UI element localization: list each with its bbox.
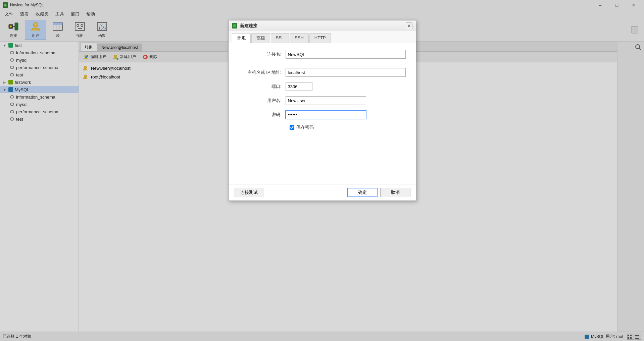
port-label: 端口: xyxy=(239,83,286,90)
connection-name-label: 连接名: xyxy=(239,51,286,57)
test-connection-button[interactable]: 连接测试 xyxy=(234,188,264,197)
dialog-tab-http[interactable]: HTTP xyxy=(309,33,331,43)
host-input[interactable] xyxy=(286,68,406,77)
port-input[interactable] xyxy=(286,82,312,91)
dialog-close-button[interactable]: ✕ xyxy=(406,22,412,29)
dialog-title: 新建连接 xyxy=(240,23,406,29)
modal-overlay: 新建连接 ✕ 常规 高级 SSL SSH HTTP 连接名: 主机名或 IP 地… xyxy=(0,0,644,341)
connection-name-input[interactable] xyxy=(286,50,406,59)
confirm-button[interactable]: 确定 xyxy=(347,188,378,197)
host-label: 主机名或 IP 地址: xyxy=(239,69,286,75)
form-row-host: 主机名或 IP 地址: xyxy=(239,68,406,77)
password-input[interactable] xyxy=(286,110,366,119)
dialog-tab-advanced[interactable]: 高级 xyxy=(251,33,270,43)
dialog-tab-ssh[interactable]: SSH xyxy=(290,33,309,43)
dialog-title-icon xyxy=(232,23,237,29)
dialog-tab-general[interactable]: 常规 xyxy=(232,33,251,43)
username-input[interactable] xyxy=(286,96,366,105)
save-password-checkbox[interactable] xyxy=(290,125,294,130)
form-row-password: 密码: xyxy=(239,110,406,119)
form-row-port: 端口: xyxy=(239,82,406,91)
form-row-connection-name: 连接名: xyxy=(239,50,406,59)
dialog-footer: 连接测试 确定 取消 xyxy=(229,184,416,201)
dialog-tabs: 常规 高级 SSL SSH HTTP xyxy=(229,31,416,43)
new-connection-dialog: 新建连接 ✕ 常规 高级 SSL SSH HTTP 连接名: 主机名或 IP 地… xyxy=(228,20,416,201)
password-label: 密码: xyxy=(239,112,286,118)
username-label: 用户名: xyxy=(239,98,286,104)
dialog-body: 连接名: 主机名或 IP 地址: 端口: 用户名: 密码: xyxy=(229,43,416,184)
cancel-button[interactable]: 取消 xyxy=(380,188,410,197)
save-password-row: 保存密码 xyxy=(239,124,406,130)
dialog-title-bar: 新建连接 ✕ xyxy=(229,20,416,31)
svg-point-39 xyxy=(233,24,236,27)
form-row-username: 用户名: xyxy=(239,96,406,105)
save-password-label: 保存密码 xyxy=(296,124,314,130)
dialog-tab-ssl[interactable]: SSL xyxy=(271,33,289,43)
